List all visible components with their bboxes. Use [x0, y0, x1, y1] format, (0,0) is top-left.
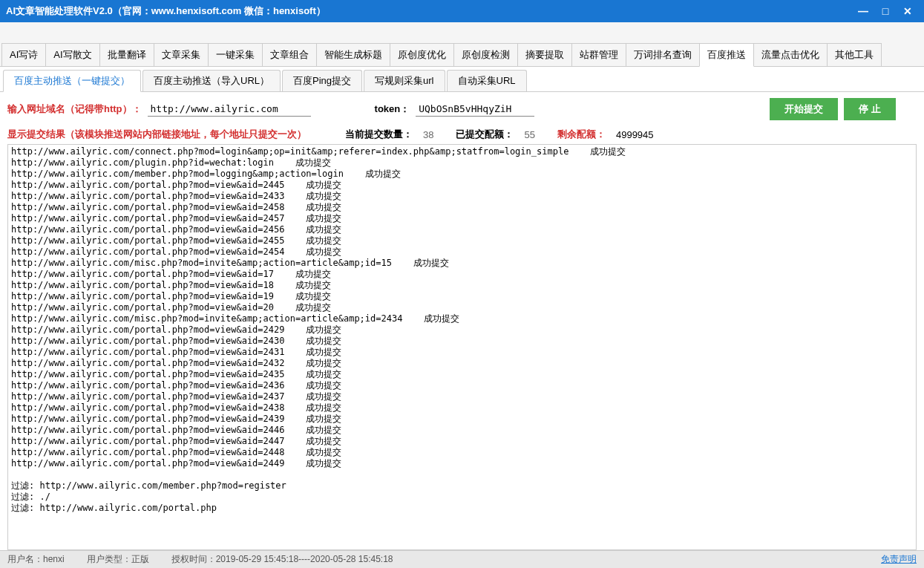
log-line: http://www.ailyric.com/misc.php?mod=invi…: [11, 313, 913, 324]
log-line: 过滤: http://www.ailyric.com/member.php?mo…: [11, 480, 913, 492]
main-tab-1[interactable]: AI写散文: [45, 43, 99, 66]
submitted-quota-value: 55: [524, 129, 534, 140]
submitted-quota-label: 已提交配额：: [456, 128, 514, 141]
titlebar[interactable]: AI文章智能处理软件V2.0（官网：www.henxisoft.com 微信：h…: [0, 0, 924, 22]
log-line: http://www.ailyric.com/portal.php?mod=vi…: [11, 336, 913, 347]
log-line: http://www.ailyric.com/portal.php?mod=vi…: [11, 447, 913, 458]
content-area: 输入网址域名（记得带http）： token： 开始提交 停 止 显示提交结果（…: [0, 92, 924, 550]
main-tab-2[interactable]: 批量翻译: [99, 43, 154, 66]
sub-tab-4[interactable]: 自动采集URL: [447, 70, 527, 91]
disclaimer-link[interactable]: 免责声明: [881, 553, 917, 566]
log-line: 过滤: ./: [11, 492, 913, 503]
log-line: http://www.ailyric.com/portal.php?mod=vi…: [11, 269, 913, 280]
log-line: http://www.ailyric.com/portal.php?mod=vi…: [11, 247, 913, 258]
main-tab-6[interactable]: 智能生成标题: [316, 43, 390, 66]
main-tab-bar: AI写诗AI写散文批量翻译文章采集一键采集文章组合智能生成标题原创度优化原创度检…: [0, 22, 924, 67]
maximize-button[interactable]: □: [875, 4, 896, 19]
input-row: 输入网址域名（记得带http）： token： 开始提交 停 止: [7, 98, 917, 120]
sub-tab-bar: 百度主动推送（一键提交）百度主动推送（导入URL）百度Ping提交写规则采集ur…: [0, 67, 924, 92]
domain-input[interactable]: [148, 102, 311, 117]
log-line: http://www.ailyric.com/portal.php?mod=vi…: [11, 380, 913, 391]
sub-tab-3[interactable]: 写规则采集url: [364, 70, 445, 91]
log-line: http://www.ailyric.com/portal.php?mod=vi…: [11, 425, 913, 436]
log-line: http://www.ailyric.com/portal.php?mod=vi…: [11, 402, 913, 414]
log-line: http://www.ailyric.com/portal.php?mod=vi…: [11, 391, 913, 402]
log-line: http://www.ailyric.com/connect.php?mod=l…: [11, 146, 913, 157]
log-line: http://www.ailyric.com/portal.php?mod=vi…: [11, 180, 913, 191]
log-line: http://www.ailyric.com/portal.php?mod=vi…: [11, 358, 913, 369]
log-line: [11, 469, 913, 480]
main-tab-11[interactable]: 万词排名查询: [626, 43, 700, 66]
domain-label: 输入网址域名（记得带http）：: [7, 102, 142, 116]
sub-tab-0[interactable]: 百度主动推送（一键提交）: [3, 70, 141, 92]
app-window: AI文章智能处理软件V2.0（官网：www.henxisoft.com 微信：h…: [0, 0, 924, 568]
current-count-value: 38: [423, 129, 433, 140]
main-tab-9[interactable]: 摘要提取: [517, 43, 572, 66]
result-label: 显示提交结果（该模块推送网站内部链接地址，每个地址只提交一次）: [7, 128, 307, 141]
main-tab-7[interactable]: 原创度优化: [390, 43, 454, 66]
log-line: http://www.ailyric.com/portal.php?mod=vi…: [11, 347, 913, 358]
main-tab-13[interactable]: 流量点击优化: [753, 43, 828, 66]
sub-tab-1[interactable]: 百度主动推送（导入URL）: [142, 70, 281, 91]
log-line: http://www.ailyric.com/member.php?mod=lo…: [11, 169, 913, 180]
status-type: 用户类型：正版: [87, 553, 149, 566]
main-tab-3[interactable]: 文章采集: [154, 43, 209, 66]
main-tab-5[interactable]: 文章组合: [262, 43, 317, 66]
close-button[interactable]: ✕: [897, 4, 918, 19]
remain-quota-label: 剩余配额：: [557, 128, 606, 141]
main-tab-4[interactable]: 一键采集: [208, 43, 263, 66]
main-tab-10[interactable]: 站群管理: [571, 43, 626, 66]
status-bar: 用户名：henxi 用户类型：正版 授权时间：2019-05-29 15:45:…: [0, 550, 924, 568]
sub-tab-2[interactable]: 百度Ping提交: [282, 70, 362, 91]
window-title: AI文章智能处理软件V2.0（官网：www.henxisoft.com 微信：h…: [6, 4, 853, 18]
log-line: http://www.ailyric.com/portal.php?mod=vi…: [11, 191, 913, 202]
log-line: http://www.ailyric.com/portal.php?mod=vi…: [11, 414, 913, 425]
main-tab-14[interactable]: 其他工具: [827, 43, 882, 66]
log-line: http://www.ailyric.com/plugin.php?id=wec…: [11, 157, 913, 169]
log-line: http://www.ailyric.com/portal.php?mod=vi…: [11, 291, 913, 302]
log-line: http://www.ailyric.com/portal.php?mod=vi…: [11, 280, 913, 291]
stop-button[interactable]: 停 止: [844, 98, 896, 120]
minimize-button[interactable]: —: [853, 4, 874, 19]
start-submit-button[interactable]: 开始提交: [770, 98, 838, 120]
log-line: http://www.ailyric.com/portal.php?mod=vi…: [11, 302, 913, 313]
log-line: http://www.ailyric.com/portal.php?mod=vi…: [11, 369, 913, 380]
window-controls: — □ ✕: [853, 4, 918, 19]
token-input[interactable]: [416, 102, 534, 117]
main-tab-8[interactable]: 原创度检测: [453, 43, 518, 66]
log-line: http://www.ailyric.com/portal.php?mod=vi…: [11, 235, 913, 247]
log-line: http://www.ailyric.com/misc.php?mod=invi…: [11, 258, 913, 269]
log-line: http://www.ailyric.com/portal.php?mod=vi…: [11, 202, 913, 213]
main-tab-12[interactable]: 百度推送: [699, 43, 754, 67]
token-label: token：: [375, 102, 410, 116]
log-line: http://www.ailyric.com/portal.php?mod=vi…: [11, 458, 913, 469]
log-line: http://www.ailyric.com/portal.php?mod=vi…: [11, 436, 913, 447]
main-tab-0[interactable]: AI写诗: [1, 43, 46, 66]
stats-row: 显示提交结果（该模块推送网站内部链接地址，每个地址只提交一次） 当前提交数量： …: [7, 128, 917, 141]
log-line: 过滤: http://www.ailyric.com/portal.php: [11, 503, 913, 514]
log-line: http://www.ailyric.com/portal.php?mod=vi…: [11, 213, 913, 224]
log-line: http://www.ailyric.com/portal.php?mod=vi…: [11, 224, 913, 235]
status-auth: 授权时间：2019-05-29 15:45:18----2020-05-28 1…: [171, 553, 393, 566]
status-user: 用户名：henxi: [7, 553, 65, 566]
log-line: http://www.ailyric.com/portal.php?mod=vi…: [11, 324, 913, 336]
log-output[interactable]: http://www.ailyric.com/connect.php?mod=l…: [7, 144, 917, 550]
current-count-label: 当前提交数量：: [345, 128, 413, 141]
remain-quota-value: 4999945: [616, 129, 654, 140]
